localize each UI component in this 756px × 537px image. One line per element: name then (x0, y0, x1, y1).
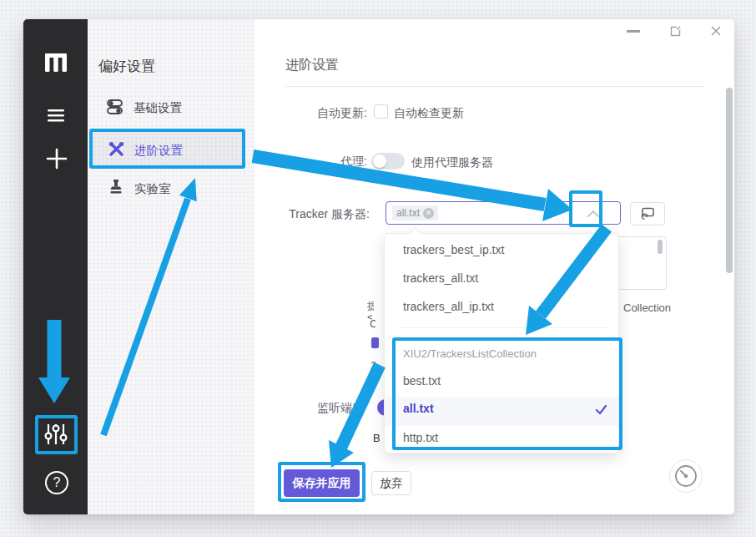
sync-trackers-button[interactable] (630, 202, 665, 225)
textarea-scrollbar[interactable] (658, 240, 663, 254)
occluded-fragment: B (373, 432, 380, 444)
tag-label: all.txt (396, 207, 420, 219)
auto-update-checkbox-label[interactable]: 自动检查更新 (394, 106, 464, 121)
motrix-logo-icon (43, 51, 68, 73)
maximize-button[interactable] (670, 25, 682, 37)
preferences-panel (88, 19, 255, 514)
title-divider (285, 86, 705, 87)
annotation-box-settings-icon (35, 415, 78, 454)
sidebar-item-basic-settings[interactable]: 基础设置 (134, 100, 182, 116)
preferences-title: 偏好设置 (98, 57, 155, 76)
dropdown-option[interactable]: trackers_best_ip.txt (403, 243, 504, 256)
proxy-label: 代理: (284, 155, 367, 170)
page-title: 进阶设置 (285, 57, 339, 74)
minimize-button[interactable] (627, 30, 640, 33)
app-window: ? 偏好设置 基础设置 进阶设置 实验室 进阶设置 (23, 19, 734, 514)
proxy-toggle[interactable] (371, 153, 405, 170)
occluded-fragment: C (370, 317, 375, 330)
content-scrollbar[interactable] (726, 88, 733, 273)
annotation-box-dropdown-group (392, 337, 622, 450)
task-list-icon[interactable] (48, 109, 64, 122)
discard-button[interactable]: 放弃 (371, 471, 411, 495)
screenshot-stage: ? 偏好设置 基础设置 进阶设置 实验室 进阶设置 (0, 0, 756, 537)
sync-trackers-icon (641, 207, 655, 220)
annotation-box-chevron (569, 190, 602, 227)
dropdown-group-divider (400, 327, 610, 328)
auto-update-label: 自动更新: (284, 106, 367, 121)
speedometer-icon (674, 464, 698, 488)
add-task-icon[interactable] (46, 148, 68, 170)
tracker-label: Tracker 服务器: (219, 207, 370, 222)
dropdown-option[interactable]: trackers_all_ip.txt (403, 300, 494, 313)
annotation-box-advanced-settings (89, 129, 245, 169)
annotation-box-save-button (278, 462, 365, 502)
dropdown-option[interactable]: trackers_all.txt (403, 271, 478, 285)
proxy-toggle-label[interactable]: 使用代理服务器 (411, 155, 493, 170)
occluded-purple-fragment (371, 337, 379, 348)
occluded-collection-text: Collection (623, 301, 671, 314)
selected-tag: all.txt ✕ (392, 205, 438, 220)
help-icon[interactable]: ? (45, 471, 68, 494)
basic-settings-icon (107, 99, 123, 114)
speed-gauge-button[interactable] (669, 459, 703, 493)
tag-remove-icon[interactable]: ✕ (423, 208, 434, 219)
toggle-knob (373, 155, 386, 168)
lab-icon (109, 180, 123, 195)
close-button[interactable] (710, 25, 722, 37)
auto-update-checkbox[interactable] (374, 104, 388, 119)
sidebar-item-lab[interactable]: 实验室 (134, 181, 171, 197)
listen-port-label: 监听端口 (317, 401, 364, 416)
occluded-fragment: 2 (370, 359, 377, 372)
